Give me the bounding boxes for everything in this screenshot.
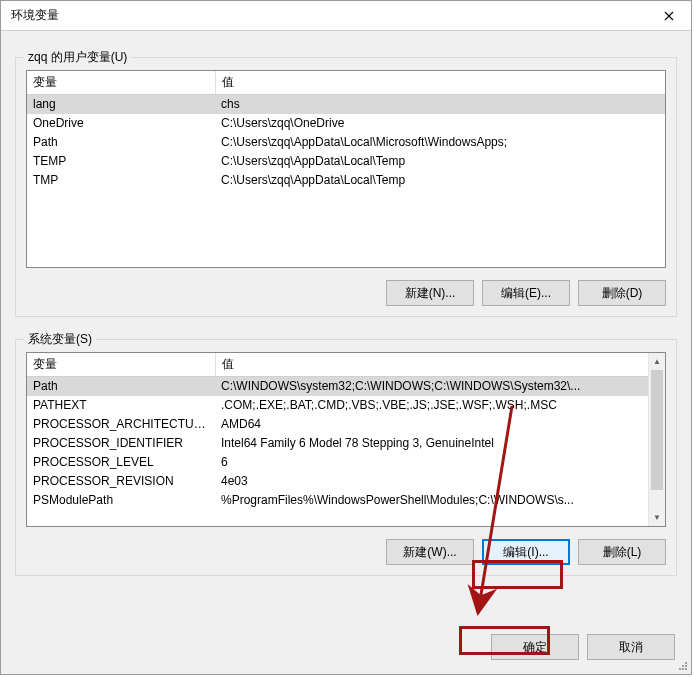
var-name: PROCESSOR_REVISION: [27, 472, 215, 491]
table-row[interactable]: langchs: [27, 95, 665, 114]
var-value: C:\Users\zqq\AppData\Local\Microsoft\Win…: [215, 133, 665, 152]
titlebar: 环境变量: [1, 1, 691, 31]
table-row[interactable]: PathC:\Users\zqq\AppData\Local\Microsoft…: [27, 133, 665, 152]
system-vars-table[interactable]: 变量 值 PathC:\WINDOWS\system32;C:\WINDOWS;…: [27, 353, 648, 510]
table-row[interactable]: PROCESSOR_ARCHITECTUREAMD64: [27, 415, 648, 434]
var-name: PSModulePath: [27, 491, 215, 510]
table-row[interactable]: PSModulePath%ProgramFiles%\WindowsPowerS…: [27, 491, 648, 510]
table-row[interactable]: TEMPC:\Users\zqq\AppData\Local\Temp: [27, 152, 665, 171]
user-buttons: 新建(N)... 编辑(E)... 删除(D): [26, 280, 666, 306]
var-name: Path: [27, 377, 215, 396]
system-scrollbar[interactable]: ▲ ▼: [648, 353, 665, 526]
var-value: C:\WINDOWS\system32;C:\WINDOWS;C:\WINDOW…: [215, 377, 648, 396]
user-col-variable[interactable]: 变量: [27, 71, 215, 95]
scroll-up-icon[interactable]: ▲: [649, 353, 665, 370]
var-name: OneDrive: [27, 114, 215, 133]
user-col-value[interactable]: 值: [215, 71, 665, 95]
var-value: C:\Users\zqq\OneDrive: [215, 114, 665, 133]
user-delete-button[interactable]: 删除(D): [578, 280, 666, 306]
var-value: Intel64 Family 6 Model 78 Stepping 3, Ge…: [215, 434, 648, 453]
table-row[interactable]: PATHEXT.COM;.EXE;.BAT;.CMD;.VBS;.VBE;.JS…: [27, 396, 648, 415]
var-name: Path: [27, 133, 215, 152]
sys-col-variable[interactable]: 变量: [27, 353, 215, 377]
svg-rect-2: [685, 665, 687, 667]
var-name: PROCESSOR_LEVEL: [27, 453, 215, 472]
dialog-content: zqq 的用户变量(U) 变量 值 langchsOneDriveC:\User…: [1, 31, 691, 586]
var-value: 4e03: [215, 472, 648, 491]
svg-rect-3: [679, 668, 681, 670]
window-title: 环境变量: [11, 7, 59, 24]
var-name: PROCESSOR_IDENTIFIER: [27, 434, 215, 453]
var-value: 6: [215, 453, 648, 472]
table-row[interactable]: OneDriveC:\Users\zqq\OneDrive: [27, 114, 665, 133]
var-value: chs: [215, 95, 665, 114]
table-row[interactable]: PROCESSOR_IDENTIFIERIntel64 Family 6 Mod…: [27, 434, 648, 453]
user-vars-label: zqq 的用户变量(U): [24, 49, 131, 66]
svg-rect-5: [685, 668, 687, 670]
user-vars-table-wrap: 变量 值 langchsOneDriveC:\Users\zqq\OneDriv…: [26, 70, 666, 268]
var-value: %ProgramFiles%\WindowsPowerShell\Modules…: [215, 491, 648, 510]
svg-rect-0: [685, 662, 687, 664]
table-row[interactable]: TMPC:\Users\zqq\AppData\Local\Temp: [27, 171, 665, 190]
close-button[interactable]: [646, 1, 691, 30]
svg-rect-4: [682, 668, 684, 670]
close-icon: [664, 11, 674, 21]
var-name: TEMP: [27, 152, 215, 171]
table-row[interactable]: PathC:\WINDOWS\system32;C:\WINDOWS;C:\WI…: [27, 377, 648, 396]
system-new-button[interactable]: 新建(W)...: [386, 539, 474, 565]
var-name: lang: [27, 95, 215, 114]
var-value: AMD64: [215, 415, 648, 434]
var-value: C:\Users\zqq\AppData\Local\Temp: [215, 152, 665, 171]
var-value: .COM;.EXE;.BAT;.CMD;.VBS;.VBE;.JS;.JSE;.…: [215, 396, 648, 415]
dialog-buttons: 确定 取消: [477, 634, 689, 660]
system-delete-button[interactable]: 删除(L): [578, 539, 666, 565]
scroll-thumb[interactable]: [651, 370, 663, 490]
user-edit-button[interactable]: 编辑(E)...: [482, 280, 570, 306]
system-vars-label: 系统变量(S): [24, 331, 96, 348]
system-buttons: 新建(W)... 编辑(I)... 删除(L): [26, 539, 666, 565]
svg-rect-1: [682, 665, 684, 667]
resize-grip-icon[interactable]: [677, 660, 689, 672]
cancel-button[interactable]: 取消: [587, 634, 675, 660]
system-vars-table-wrap: 变量 值 PathC:\WINDOWS\system32;C:\WINDOWS;…: [26, 352, 666, 527]
env-vars-dialog: 环境变量 zqq 的用户变量(U) 变量 值 langchsOneDriveC:…: [0, 0, 692, 675]
user-vars-table[interactable]: 变量 值 langchsOneDriveC:\Users\zqq\OneDriv…: [27, 71, 665, 190]
table-row[interactable]: PROCESSOR_REVISION4e03: [27, 472, 648, 491]
ok-button[interactable]: 确定: [491, 634, 579, 660]
user-vars-group: zqq 的用户变量(U) 变量 值 langchsOneDriveC:\User…: [15, 57, 677, 317]
system-edit-button[interactable]: 编辑(I)...: [482, 539, 570, 565]
scroll-down-icon[interactable]: ▼: [649, 509, 665, 526]
var-name: PROCESSOR_ARCHITECTURE: [27, 415, 215, 434]
var-name: PATHEXT: [27, 396, 215, 415]
system-vars-group: 系统变量(S) 变量 值 PathC:\WINDOWS\system32;C:\…: [15, 339, 677, 576]
table-row[interactable]: PROCESSOR_LEVEL6: [27, 453, 648, 472]
var-name: TMP: [27, 171, 215, 190]
sys-col-value[interactable]: 值: [215, 353, 648, 377]
var-value: C:\Users\zqq\AppData\Local\Temp: [215, 171, 665, 190]
user-new-button[interactable]: 新建(N)...: [386, 280, 474, 306]
scroll-track[interactable]: [649, 370, 665, 509]
